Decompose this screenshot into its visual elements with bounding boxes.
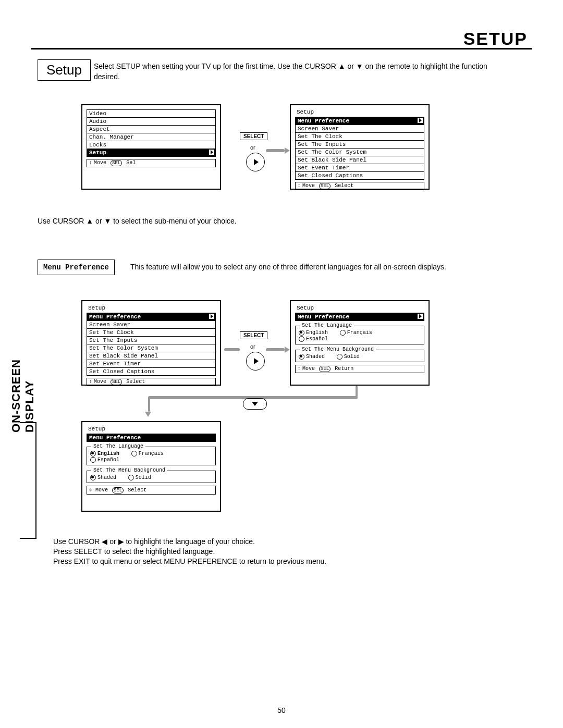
arrow-head-right-icon: [285, 147, 290, 154]
subsection-description: This feature will allow you to select an…: [130, 263, 446, 271]
menu-item: Set Event Timer: [87, 360, 216, 368]
menu-item: Locks: [87, 141, 216, 149]
arrow-head-right-icon: [285, 347, 290, 353]
select-button-label: SELECT: [240, 331, 267, 339]
menu-item: Set The Color System: [295, 148, 424, 156]
breadcrumb-selected: Menu Preference: [87, 434, 216, 442]
instruction-text: Use CURSOR ◀ or ▶ to highlight the langu…: [53, 537, 326, 566]
manual-page: SETUP ON-SCREEN DISPLAY Setup Select SET…: [0, 0, 563, 728]
select-button-label: SELECT: [240, 132, 267, 140]
horizontal-rule: [31, 48, 532, 50]
radio-icon: [90, 475, 96, 480]
or-label: or: [250, 144, 255, 151]
menu-item: Set The Clock: [87, 328, 216, 337]
osd-title: Setup: [87, 425, 216, 433]
caret-right-icon: [418, 314, 423, 319]
caret-right-icon: [209, 314, 214, 319]
menu-item: Screen Saver: [87, 320, 216, 329]
menu-item: Set The Clock: [295, 132, 424, 141]
osd-main-list: Video Audio Aspect Chan. Manager Locks S…: [87, 109, 216, 157]
arrow-line: [266, 348, 285, 351]
osd-title: Setup: [295, 108, 424, 116]
cursor-down-button-icon: [243, 398, 267, 410]
radio-icon: [337, 354, 342, 360]
menu-item: Set Black Side Panel: [295, 156, 424, 164]
osd-menu-preference: Setup Menu Preference Set The Language E…: [290, 300, 430, 386]
group-set-background: Set The Menu Background Shaded Solid: [87, 471, 216, 483]
osd-setup-menu: Setup Menu Preference Screen Saver Set T…: [290, 104, 430, 190]
cursor-right-button-icon: [246, 153, 265, 171]
radio-icon: [128, 475, 134, 480]
page-title: SETUP: [463, 29, 528, 49]
breadcrumb-selected: Menu Preference: [295, 313, 424, 321]
or-label: or: [250, 343, 255, 350]
sidebar-frame: [20, 422, 36, 539]
menu-item-selected: Setup: [87, 149, 216, 157]
osd-setup-menu: Setup Menu Preference Screen Saver Set T…: [81, 300, 221, 386]
arrow-line: [224, 348, 240, 351]
osd-footer: Move SEL Sel: [87, 159, 216, 167]
osd-main-menu: Video Audio Aspect Chan. Manager Locks S…: [81, 104, 221, 190]
menu-item: Set Event Timer: [295, 164, 424, 172]
group-set-language: Set The Language English Français Españo…: [87, 447, 216, 465]
radio-icon: [299, 330, 304, 336]
osd-footer: Move SEL Return: [295, 365, 424, 373]
menu-item: Video: [87, 109, 216, 118]
menu-item: Set The Color System: [87, 344, 216, 352]
group-label: Set The Language: [300, 323, 354, 328]
page-number: 50: [277, 706, 286, 714]
section-heading-box: Setup: [38, 59, 91, 81]
osd-menu-preference-english: Setup Menu Preference Set The Language E…: [81, 421, 221, 512]
osd-footer: Move SEL Select: [295, 182, 424, 190]
subsection-heading-box: Menu Preference: [38, 260, 115, 275]
instruction-text: Use CURSOR ▲ or ▼ to select the sub-menu…: [38, 217, 237, 225]
radio-icon: [299, 354, 304, 360]
arrow-line: [148, 397, 150, 412]
arrow-head-down-icon: [145, 412, 151, 417]
caret-right-icon: [209, 150, 214, 155]
menu-item-selected: Menu Preference: [87, 313, 216, 321]
menu-item: Audio: [87, 117, 216, 126]
radio-icon: [131, 451, 137, 456]
menu-item: Aspect: [87, 125, 216, 133]
menu-item: Chan. Manager: [87, 133, 216, 141]
menu-item: Screen Saver: [295, 125, 424, 133]
osd-title: Setup: [295, 304, 424, 312]
radio-icon: [90, 457, 96, 463]
menu-item: Set Black Side Panel: [87, 352, 216, 360]
group-label: Set The Language: [91, 443, 145, 449]
osd-title: Setup: [87, 304, 216, 312]
arrow-line: [356, 386, 358, 397]
osd-footer: Move SEL Select: [87, 378, 216, 386]
group-label: Set The Menu Background: [91, 467, 167, 473]
radio-icon: [90, 451, 96, 456]
osd-footer: ✢ Move SEL Select: [87, 486, 216, 495]
arrow-line: [266, 149, 285, 152]
intro-text: Select SETUP when setting your TV up for…: [94, 61, 495, 82]
caret-right-icon: [418, 118, 423, 123]
sidebar-label: ON-SCREEN DISPLAY: [9, 318, 36, 433]
group-set-language: Set The Language English Français Españo…: [295, 326, 424, 344]
group-label: Set The Menu Background: [300, 347, 376, 352]
menu-item-selected: Menu Preference: [295, 117, 424, 125]
radio-icon: [299, 336, 304, 342]
menu-item: Set Closed Captions: [295, 171, 424, 180]
menu-item: Set The Inputs: [87, 336, 216, 344]
group-set-background: Set The Menu Background Shaded Solid: [295, 350, 424, 362]
menu-item: Set The Inputs: [295, 140, 424, 149]
radio-icon: [340, 330, 346, 336]
menu-item: Set Closed Captions: [87, 367, 216, 376]
cursor-right-button-icon: [246, 352, 265, 371]
